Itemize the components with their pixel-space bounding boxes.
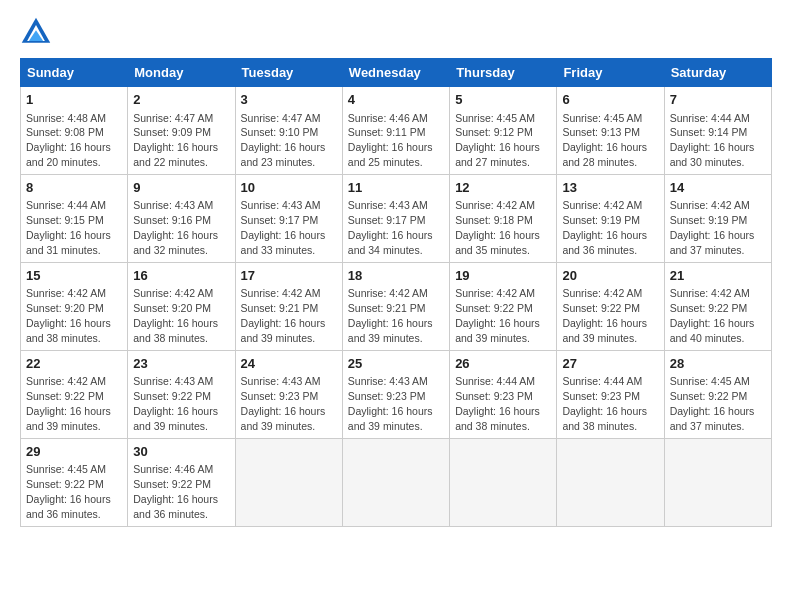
day-cell bbox=[664, 438, 771, 526]
day-number: 1 bbox=[26, 91, 122, 109]
day-info: Sunrise: 4:45 AM Sunset: 9:22 PM Dayligh… bbox=[670, 375, 755, 432]
day-number: 8 bbox=[26, 179, 122, 197]
weekday-header-saturday: Saturday bbox=[664, 59, 771, 87]
week-row-4: 22Sunrise: 4:42 AM Sunset: 9:22 PM Dayli… bbox=[21, 350, 772, 438]
day-info: Sunrise: 4:42 AM Sunset: 9:20 PM Dayligh… bbox=[133, 287, 218, 344]
calendar-table: SundayMondayTuesdayWednesdayThursdayFrid… bbox=[20, 58, 772, 527]
day-cell: 25Sunrise: 4:43 AM Sunset: 9:23 PM Dayli… bbox=[342, 350, 449, 438]
day-number: 27 bbox=[562, 355, 658, 373]
day-info: Sunrise: 4:43 AM Sunset: 9:17 PM Dayligh… bbox=[241, 199, 326, 256]
day-cell: 8Sunrise: 4:44 AM Sunset: 9:15 PM Daylig… bbox=[21, 174, 128, 262]
day-info: Sunrise: 4:42 AM Sunset: 9:22 PM Dayligh… bbox=[670, 287, 755, 344]
day-info: Sunrise: 4:47 AM Sunset: 9:09 PM Dayligh… bbox=[133, 112, 218, 169]
day-number: 18 bbox=[348, 267, 444, 285]
day-number: 28 bbox=[670, 355, 766, 373]
header bbox=[20, 16, 772, 48]
day-number: 15 bbox=[26, 267, 122, 285]
day-number: 20 bbox=[562, 267, 658, 285]
day-info: Sunrise: 4:45 AM Sunset: 9:13 PM Dayligh… bbox=[562, 112, 647, 169]
day-cell bbox=[235, 438, 342, 526]
day-cell: 23Sunrise: 4:43 AM Sunset: 9:22 PM Dayli… bbox=[128, 350, 235, 438]
day-number: 26 bbox=[455, 355, 551, 373]
day-info: Sunrise: 4:43 AM Sunset: 9:23 PM Dayligh… bbox=[348, 375, 433, 432]
day-cell: 28Sunrise: 4:45 AM Sunset: 9:22 PM Dayli… bbox=[664, 350, 771, 438]
day-cell: 3Sunrise: 4:47 AM Sunset: 9:10 PM Daylig… bbox=[235, 87, 342, 175]
day-number: 25 bbox=[348, 355, 444, 373]
day-cell: 12Sunrise: 4:42 AM Sunset: 9:18 PM Dayli… bbox=[450, 174, 557, 262]
day-cell: 7Sunrise: 4:44 AM Sunset: 9:14 PM Daylig… bbox=[664, 87, 771, 175]
weekday-header-sunday: Sunday bbox=[21, 59, 128, 87]
day-number: 12 bbox=[455, 179, 551, 197]
day-number: 30 bbox=[133, 443, 229, 461]
day-cell: 9Sunrise: 4:43 AM Sunset: 9:16 PM Daylig… bbox=[128, 174, 235, 262]
day-cell: 11Sunrise: 4:43 AM Sunset: 9:17 PM Dayli… bbox=[342, 174, 449, 262]
day-cell bbox=[557, 438, 664, 526]
day-info: Sunrise: 4:42 AM Sunset: 9:22 PM Dayligh… bbox=[562, 287, 647, 344]
day-cell: 26Sunrise: 4:44 AM Sunset: 9:23 PM Dayli… bbox=[450, 350, 557, 438]
day-number: 24 bbox=[241, 355, 337, 373]
day-number: 23 bbox=[133, 355, 229, 373]
day-cell bbox=[450, 438, 557, 526]
day-cell: 19Sunrise: 4:42 AM Sunset: 9:22 PM Dayli… bbox=[450, 262, 557, 350]
day-number: 6 bbox=[562, 91, 658, 109]
day-info: Sunrise: 4:44 AM Sunset: 9:23 PM Dayligh… bbox=[562, 375, 647, 432]
day-number: 5 bbox=[455, 91, 551, 109]
day-info: Sunrise: 4:46 AM Sunset: 9:11 PM Dayligh… bbox=[348, 112, 433, 169]
weekday-header-friday: Friday bbox=[557, 59, 664, 87]
day-number: 11 bbox=[348, 179, 444, 197]
day-number: 19 bbox=[455, 267, 551, 285]
day-info: Sunrise: 4:42 AM Sunset: 9:21 PM Dayligh… bbox=[241, 287, 326, 344]
day-info: Sunrise: 4:42 AM Sunset: 9:19 PM Dayligh… bbox=[670, 199, 755, 256]
day-info: Sunrise: 4:42 AM Sunset: 9:18 PM Dayligh… bbox=[455, 199, 540, 256]
day-cell: 29Sunrise: 4:45 AM Sunset: 9:22 PM Dayli… bbox=[21, 438, 128, 526]
day-number: 29 bbox=[26, 443, 122, 461]
day-cell: 22Sunrise: 4:42 AM Sunset: 9:22 PM Dayli… bbox=[21, 350, 128, 438]
day-info: Sunrise: 4:44 AM Sunset: 9:23 PM Dayligh… bbox=[455, 375, 540, 432]
day-cell: 30Sunrise: 4:46 AM Sunset: 9:22 PM Dayli… bbox=[128, 438, 235, 526]
day-info: Sunrise: 4:46 AM Sunset: 9:22 PM Dayligh… bbox=[133, 463, 218, 520]
day-info: Sunrise: 4:42 AM Sunset: 9:21 PM Dayligh… bbox=[348, 287, 433, 344]
day-info: Sunrise: 4:45 AM Sunset: 9:12 PM Dayligh… bbox=[455, 112, 540, 169]
day-info: Sunrise: 4:43 AM Sunset: 9:16 PM Dayligh… bbox=[133, 199, 218, 256]
day-cell bbox=[342, 438, 449, 526]
page: SundayMondayTuesdayWednesdayThursdayFrid… bbox=[0, 0, 792, 612]
day-cell: 27Sunrise: 4:44 AM Sunset: 9:23 PM Dayli… bbox=[557, 350, 664, 438]
logo bbox=[20, 16, 56, 48]
week-row-3: 15Sunrise: 4:42 AM Sunset: 9:20 PM Dayli… bbox=[21, 262, 772, 350]
day-cell: 24Sunrise: 4:43 AM Sunset: 9:23 PM Dayli… bbox=[235, 350, 342, 438]
day-info: Sunrise: 4:44 AM Sunset: 9:15 PM Dayligh… bbox=[26, 199, 111, 256]
day-cell: 16Sunrise: 4:42 AM Sunset: 9:20 PM Dayli… bbox=[128, 262, 235, 350]
day-info: Sunrise: 4:48 AM Sunset: 9:08 PM Dayligh… bbox=[26, 112, 111, 169]
day-cell: 18Sunrise: 4:42 AM Sunset: 9:21 PM Dayli… bbox=[342, 262, 449, 350]
weekday-header-wednesday: Wednesday bbox=[342, 59, 449, 87]
day-cell: 13Sunrise: 4:42 AM Sunset: 9:19 PM Dayli… bbox=[557, 174, 664, 262]
week-row-1: 1Sunrise: 4:48 AM Sunset: 9:08 PM Daylig… bbox=[21, 87, 772, 175]
week-row-2: 8Sunrise: 4:44 AM Sunset: 9:15 PM Daylig… bbox=[21, 174, 772, 262]
day-info: Sunrise: 4:45 AM Sunset: 9:22 PM Dayligh… bbox=[26, 463, 111, 520]
week-row-5: 29Sunrise: 4:45 AM Sunset: 9:22 PM Dayli… bbox=[21, 438, 772, 526]
day-info: Sunrise: 4:42 AM Sunset: 9:19 PM Dayligh… bbox=[562, 199, 647, 256]
weekday-header-thursday: Thursday bbox=[450, 59, 557, 87]
day-cell: 21Sunrise: 4:42 AM Sunset: 9:22 PM Dayli… bbox=[664, 262, 771, 350]
logo-icon bbox=[20, 16, 52, 48]
day-number: 17 bbox=[241, 267, 337, 285]
day-cell: 17Sunrise: 4:42 AM Sunset: 9:21 PM Dayli… bbox=[235, 262, 342, 350]
day-number: 21 bbox=[670, 267, 766, 285]
day-info: Sunrise: 4:42 AM Sunset: 9:20 PM Dayligh… bbox=[26, 287, 111, 344]
day-cell: 1Sunrise: 4:48 AM Sunset: 9:08 PM Daylig… bbox=[21, 87, 128, 175]
day-info: Sunrise: 4:43 AM Sunset: 9:23 PM Dayligh… bbox=[241, 375, 326, 432]
day-number: 9 bbox=[133, 179, 229, 197]
weekday-header-tuesday: Tuesday bbox=[235, 59, 342, 87]
day-number: 13 bbox=[562, 179, 658, 197]
day-cell: 10Sunrise: 4:43 AM Sunset: 9:17 PM Dayli… bbox=[235, 174, 342, 262]
day-number: 2 bbox=[133, 91, 229, 109]
day-info: Sunrise: 4:42 AM Sunset: 9:22 PM Dayligh… bbox=[26, 375, 111, 432]
day-cell: 5Sunrise: 4:45 AM Sunset: 9:12 PM Daylig… bbox=[450, 87, 557, 175]
day-info: Sunrise: 4:47 AM Sunset: 9:10 PM Dayligh… bbox=[241, 112, 326, 169]
day-info: Sunrise: 4:42 AM Sunset: 9:22 PM Dayligh… bbox=[455, 287, 540, 344]
day-cell: 20Sunrise: 4:42 AM Sunset: 9:22 PM Dayli… bbox=[557, 262, 664, 350]
day-info: Sunrise: 4:43 AM Sunset: 9:22 PM Dayligh… bbox=[133, 375, 218, 432]
weekday-header-row: SundayMondayTuesdayWednesdayThursdayFrid… bbox=[21, 59, 772, 87]
day-cell: 4Sunrise: 4:46 AM Sunset: 9:11 PM Daylig… bbox=[342, 87, 449, 175]
day-number: 3 bbox=[241, 91, 337, 109]
